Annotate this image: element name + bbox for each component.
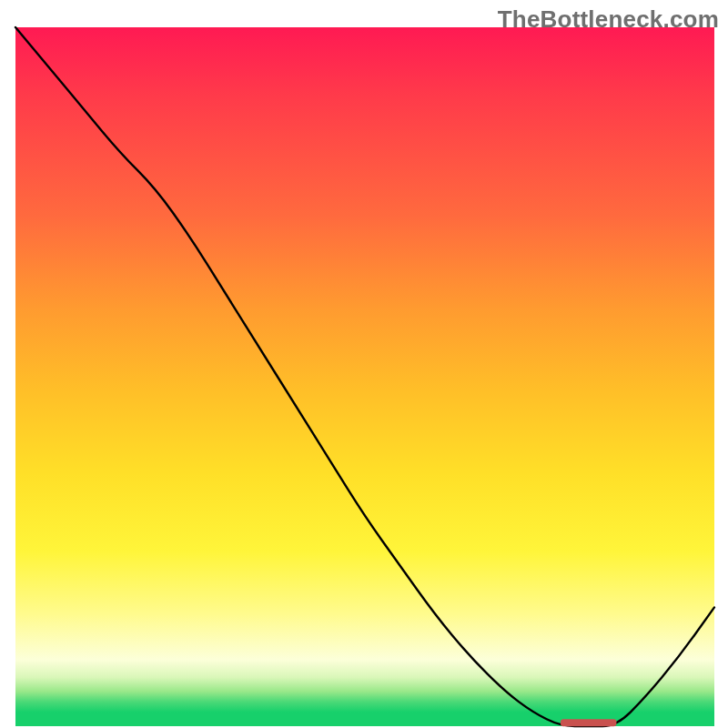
valley-marker — [561, 719, 616, 726]
watermark-label: TheBottleneck.com — [498, 5, 719, 34]
chart-frame: TheBottleneck.com — [0, 0, 728, 728]
bottleneck-curve — [15, 27, 714, 726]
plot-area — [15, 27, 714, 726]
curve-path — [15, 27, 714, 726]
